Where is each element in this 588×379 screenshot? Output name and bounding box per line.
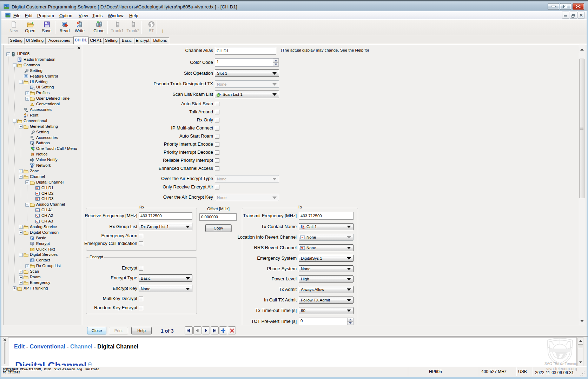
svg-text:VT: VT bbox=[5, 5, 8, 7]
